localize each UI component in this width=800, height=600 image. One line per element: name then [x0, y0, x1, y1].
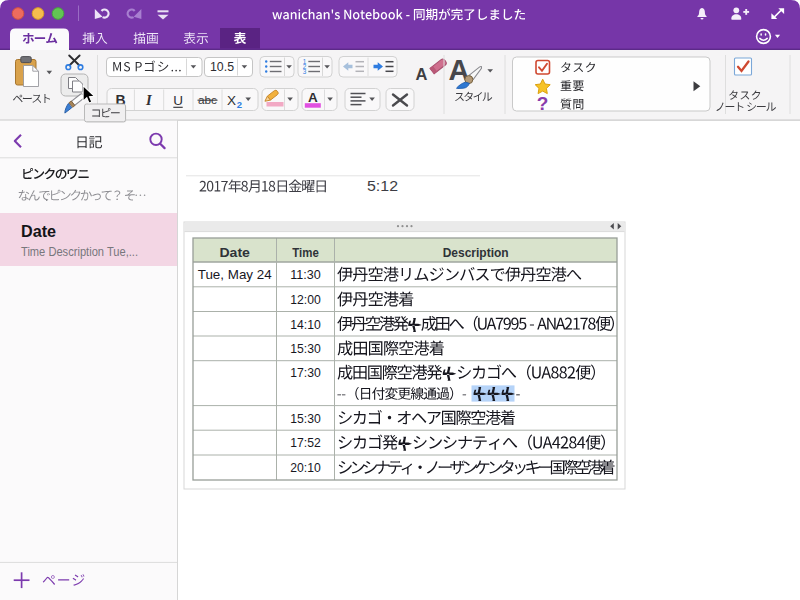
svg-text:Time Description Tue,...: Time Description Tue,...: [21, 244, 138, 259]
svg-text:U: U: [173, 93, 183, 108]
svg-text:11:30: 11:30: [290, 267, 321, 282]
svg-text:14:10: 14:10: [290, 317, 321, 332]
svg-text:A: A: [416, 65, 428, 83]
svg-text:15:30: 15:30: [290, 411, 321, 426]
svg-text:X: X: [227, 93, 236, 108]
svg-text:Tue, May 24: Tue, May 24: [198, 267, 272, 282]
svg-text:Date: Date: [21, 223, 56, 240]
svg-text:5:12: 5:12: [367, 178, 398, 194]
svg-text:12:00: 12:00: [290, 292, 321, 307]
svg-text:17:30: 17:30: [290, 365, 321, 380]
svg-text:2: 2: [237, 99, 242, 110]
svg-text:?: ?: [537, 93, 549, 114]
svg-text:3: 3: [303, 68, 307, 75]
svg-text:Description: Description: [443, 245, 509, 260]
svg-text:10.5: 10.5: [210, 60, 234, 74]
svg-text:15:30: 15:30: [290, 341, 321, 356]
svg-text:Date: Date: [219, 245, 250, 260]
svg-text:Time: Time: [292, 245, 319, 260]
svg-text:17:52: 17:52: [290, 435, 321, 450]
svg-text:A: A: [308, 90, 318, 105]
svg-text:20:10: 20:10: [290, 460, 321, 475]
